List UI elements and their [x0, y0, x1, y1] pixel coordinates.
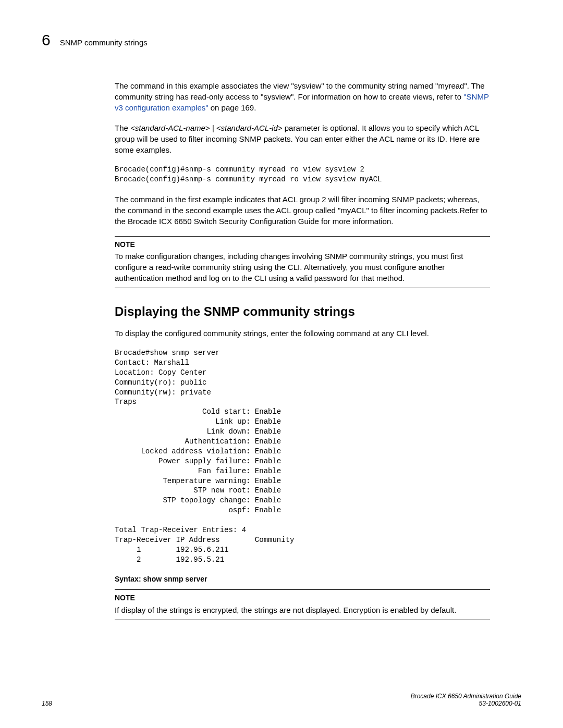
- paragraph: The command in the first example indicat…: [115, 194, 490, 227]
- footer-doc-info: Brocade ICX 6650 Administration Guide 53…: [411, 693, 521, 707]
- note-rule-bottom: [115, 288, 490, 288]
- note-text: If display of the strings is encrypted, …: [115, 604, 490, 615]
- page-header: 6 SNMP community strings: [42, 31, 521, 49]
- text: on page 169.: [209, 103, 256, 112]
- document-page: 6 SNMP community strings The command in …: [0, 0, 563, 728]
- note-rule-top: [115, 589, 490, 590]
- code-block: Brocade#show snmp server Contact: Marsha…: [115, 348, 490, 565]
- paragraph: The command in this example associates t…: [115, 80, 490, 113]
- page-footer: 158 Brocade ICX 6650 Administration Guid…: [42, 693, 521, 707]
- note-rule-top: [115, 236, 490, 237]
- text: The command in this example associates t…: [115, 81, 485, 101]
- text: The: [115, 124, 130, 132]
- parameter-name: <standard-ACL-name> | <standard-ACL-id>: [130, 124, 283, 132]
- doc-number: 53-1002600-01: [411, 700, 521, 707]
- code-block: Brocade(config)#snmp-s community myread …: [115, 165, 490, 184]
- note-label: NOTE: [115, 240, 490, 250]
- doc-title: Brocade ICX 6650 Administration Guide: [411, 693, 521, 700]
- syntax-line: Syntax: show snmp server: [115, 574, 490, 585]
- note-rule-bottom: [115, 620, 490, 620]
- paragraph: To display the configured community stri…: [115, 328, 490, 339]
- page-content: The command in this example associates t…: [115, 80, 490, 620]
- header-title: SNMP community strings: [60, 38, 148, 47]
- chapter-number: 6: [42, 31, 51, 49]
- page-number: 158: [42, 700, 52, 707]
- note-text: To make configuration changes, including…: [115, 251, 490, 283]
- paragraph: The <standard-ACL-name> | <standard-ACL-…: [115, 122, 490, 155]
- section-heading: Displaying the SNMP community strings: [115, 303, 490, 320]
- note-label: NOTE: [115, 593, 490, 603]
